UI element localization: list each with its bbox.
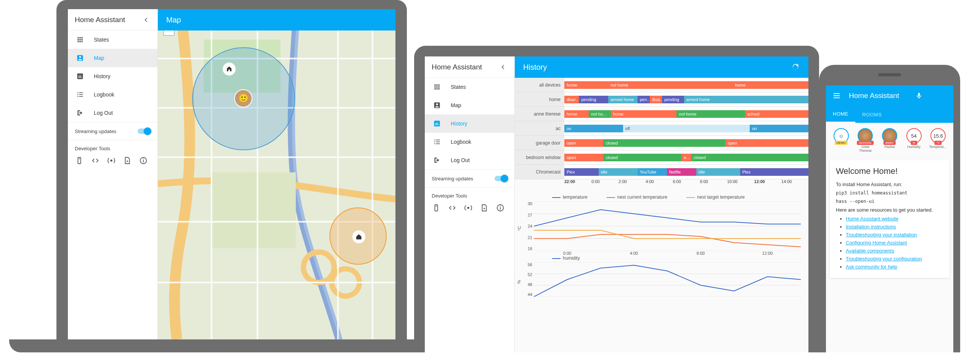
nav-item-history[interactable]: History <box>68 67 157 85</box>
nav-label: Log Out <box>94 110 113 116</box>
history-row: anne theresehomenot ho…homenot homeschoo… <box>515 107 808 121</box>
svg-rect-4 <box>80 75 80 78</box>
history-bar[interactable]: open <box>564 154 603 161</box>
history-bar[interactable]: idle <box>599 168 638 176</box>
history-bar[interactable]: open <box>564 139 603 147</box>
nav-item-log-out[interactable]: Log Out <box>425 151 514 169</box>
svg-point-1 <box>79 56 81 58</box>
history-bar[interactable]: not ho… <box>589 110 611 118</box>
streaming-toggle[interactable] <box>495 176 508 181</box>
history-bar[interactable]: closed <box>603 154 681 161</box>
nav-item-log-out[interactable]: Log Out <box>68 104 157 122</box>
resource-link[interactable]: Troubleshooting your configuration <box>846 256 922 262</box>
time-label: 0:00 <box>591 179 619 190</box>
refresh-icon[interactable] <box>791 63 800 72</box>
info-icon[interactable] <box>496 203 505 212</box>
nav-item-logbook[interactable]: Logbook <box>425 133 514 151</box>
history-bar[interactable]: YouTube <box>638 168 667 176</box>
info-icon[interactable] <box>139 156 148 165</box>
history-bar[interactable]: disa… <box>650 96 662 103</box>
resource-link[interactable]: Available components <box>846 248 894 254</box>
svg-point-7 <box>77 94 79 95</box>
history-bar[interactable]: open <box>725 139 808 147</box>
resource-link[interactable]: Ask community for help <box>846 264 897 270</box>
map-home-marker[interactable] <box>223 63 236 76</box>
tab-rooms[interactable]: ROOMS <box>855 106 889 123</box>
tablet-sidebar: Home Assistant StatesMapHistoryLogbookLo… <box>425 56 515 352</box>
nav-item-logbook[interactable]: Logbook <box>68 85 157 104</box>
svg-rect-5 <box>81 77 82 78</box>
nav-item-states[interactable]: States <box>425 78 514 96</box>
nav-item-history[interactable]: History <box>425 114 514 133</box>
svg-rect-34 <box>436 141 440 142</box>
state-badge[interactable]: 15.6°CTemperat… <box>927 128 949 149</box>
history-bar[interactable] <box>676 81 733 89</box>
broadcast-icon[interactable] <box>107 156 116 165</box>
mic-icon[interactable] <box>914 91 924 100</box>
history-bar[interactable]: off <box>623 125 750 132</box>
legend-item: nest current temperature <box>596 194 667 200</box>
svg-rect-41 <box>500 207 501 209</box>
history-bar[interactable]: on <box>750 125 808 132</box>
code-icon[interactable] <box>448 203 457 212</box>
nav-item-map[interactable]: Map <box>425 96 514 114</box>
history-row-label: bedroom window <box>515 150 564 164</box>
history-row: garage dooropenclosedopen <box>515 136 808 150</box>
chevron-left-icon[interactable] <box>141 15 151 24</box>
history-bar[interactable]: armed home <box>684 96 808 103</box>
state-badge[interactable]: AWAYPaulus <box>879 128 900 149</box>
history-bar[interactable]: pending <box>662 96 684 103</box>
menu-icon[interactable] <box>832 91 841 100</box>
history-bar[interactable]: pen… <box>638 96 650 103</box>
history-bar[interactable]: pending <box>579 96 608 103</box>
resource-link[interactable]: Troubleshooting your installation <box>846 232 917 238</box>
map-home-marker-2[interactable] <box>352 230 365 243</box>
history-bar[interactable]: Netflix <box>667 168 696 176</box>
history-bar[interactable]: closed <box>691 154 808 161</box>
svg-rect-11 <box>79 96 83 97</box>
resource-link[interactable]: Configuring Home Assistant <box>846 240 907 246</box>
remote-icon[interactable] <box>75 156 84 165</box>
streaming-toggle[interactable] <box>138 129 151 134</box>
nav-item-map[interactable]: Map <box>68 49 157 67</box>
resource-link[interactable]: Home Assistant website <box>846 216 898 222</box>
state-badge[interactable]: 54%Humidity <box>903 128 925 149</box>
nav-label: Log Out <box>451 157 470 163</box>
resource-link[interactable]: Installation instructions <box>846 224 896 230</box>
history-bar[interactable]: armed home <box>608 96 638 103</box>
history-bar[interactable]: o… <box>681 154 691 161</box>
state-badge[interactable]: SCHOOLAnne Therese <box>855 128 876 153</box>
history-bar[interactable]: Plex <box>564 168 599 176</box>
history-bar[interactable]: disar… <box>564 96 579 103</box>
remote-icon[interactable] <box>432 203 441 212</box>
history-bar[interactable]: not home <box>676 110 745 118</box>
state-badge[interactable]: ☺DEMO <box>831 128 852 145</box>
list-icon <box>432 137 442 146</box>
history-bar[interactable]: home <box>564 81 608 89</box>
history-bar[interactable]: home <box>733 81 808 89</box>
map-area[interactable]: 🙂 + − <box>158 9 395 339</box>
tab-home[interactable]: HOME <box>826 106 855 123</box>
history-bar[interactable]: Plex <box>740 168 808 176</box>
chevron-left-icon[interactable] <box>498 63 508 72</box>
history-bar[interactable]: closed <box>603 139 725 147</box>
file-icon[interactable] <box>123 156 132 165</box>
app-title: Home Assistant <box>432 63 482 71</box>
code-icon[interactable] <box>91 156 100 165</box>
nav-item-states[interactable]: States <box>68 31 157 49</box>
nav-label: Map <box>451 102 461 108</box>
history-bar[interactable]: not home <box>608 81 676 89</box>
history-bar[interactable]: home <box>564 110 589 118</box>
svg-point-14 <box>110 159 112 162</box>
svg-rect-18 <box>143 159 144 159</box>
map-avatar-marker[interactable]: 🙂 <box>234 89 252 108</box>
history-bar[interactable]: home <box>611 110 677 118</box>
history-bar[interactable]: school <box>745 110 808 118</box>
svg-point-13 <box>79 158 80 159</box>
phone-main: Home Assistant HOMEROOMS ☺DEMOSCHOOLAnne… <box>826 85 953 352</box>
file-icon[interactable] <box>480 203 489 212</box>
broadcast-icon[interactable] <box>464 203 473 212</box>
history-bar[interactable]: on <box>564 125 623 132</box>
streaming-updates-row: Streaming updates <box>68 122 157 140</box>
history-bar[interactable]: idle <box>696 168 740 176</box>
